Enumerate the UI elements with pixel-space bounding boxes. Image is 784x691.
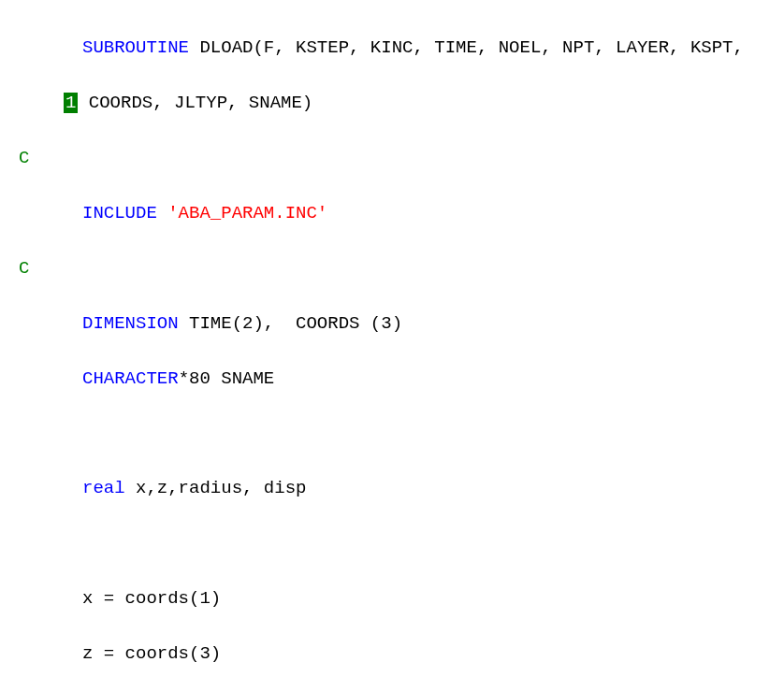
code-line: 1 COORDS, JLTYP, SNAME)	[0, 90, 784, 117]
keyword-real: real	[82, 478, 125, 498]
comment-line: C	[0, 145, 784, 172]
code-line: x = coords(1)	[0, 585, 784, 612]
keyword-character: CHARACTER	[82, 368, 179, 389]
code-line: INCLUDE 'ABA_PARAM.INC'	[0, 200, 784, 227]
comment-line: C	[0, 255, 784, 282]
code-text: DLOAD(F, KSTEP, KINC, TIME, NOEL, NPT, L…	[189, 37, 744, 58]
continuation-marker: 1	[64, 93, 78, 113]
keyword-include: INCLUDE	[82, 203, 167, 223]
code-text: *80 SNAME	[179, 368, 275, 389]
code-line: DIMENSION TIME(2), COORDS (3)	[0, 310, 784, 338]
string-literal: 'ABA_PARAM.INC'	[167, 203, 327, 223]
code-text: COORDS, JLTYP, SNAME)	[78, 93, 312, 113]
keyword-dimension: DIMENSION	[82, 313, 179, 334]
code-line: CHARACTER*80 SNAME	[0, 366, 784, 393]
blank-line	[0, 530, 784, 557]
code-line: SUBROUTINE DLOAD(F, KSTEP, KINC, TIME, N…	[0, 35, 784, 62]
blank-line	[0, 421, 784, 448]
keyword-subroutine: SUBROUTINE	[82, 37, 189, 58]
code-line: z = coords(3)	[0, 641, 784, 668]
code-text: TIME(2), COORDS (3)	[179, 313, 402, 334]
code-line: real x,z,radius, disp	[0, 475, 784, 502]
code-text: x,z,radius, disp	[125, 478, 307, 498]
code-block: SUBROUTINE DLOAD(F, KSTEP, KINC, TIME, N…	[0, 7, 784, 691]
